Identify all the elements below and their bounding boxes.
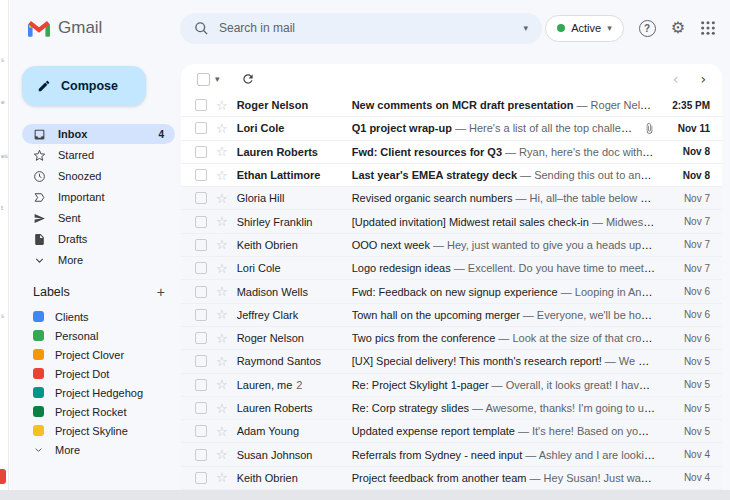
label-color-icon: [33, 387, 44, 398]
email-date: Nov 11: [664, 123, 710, 134]
star-icon[interactable]: ☆: [216, 262, 228, 275]
sidebar-item-more[interactable]: More: [22, 250, 175, 270]
star-icon[interactable]: ☆: [216, 425, 228, 438]
email-snippet: — Hi, all–the table below contains the r…: [515, 192, 655, 204]
email-row[interactable]: ☆ Lori Cole Q1 project wrap-up— Here's a…: [181, 117, 722, 140]
sidebar-item-snoozed[interactable]: Snoozed: [22, 166, 175, 186]
email-row[interactable]: ☆ Gloria Hill Revised organic search num…: [181, 187, 722, 210]
email-row[interactable]: ☆ Lauren Roberts Re: Corp strategy slide…: [181, 397, 722, 420]
compose-button[interactable]: Compose: [22, 66, 146, 106]
email-row[interactable]: ☆ Ethan Lattimore Last year's EMEA strat…: [181, 164, 722, 187]
email-list: ☆ Roger Nelson New comments on MCR draft…: [181, 94, 722, 490]
star-icon[interactable]: ☆: [216, 99, 228, 112]
apps-grid-button[interactable]: [700, 20, 716, 36]
email-row[interactable]: ☆ Roger Nelson New comments on MCR draft…: [181, 94, 722, 117]
older-page-button[interactable]: ›: [700, 71, 706, 87]
sidebar-label-project-hedgehog[interactable]: Project Hedgehog: [22, 383, 175, 402]
email-checkbox[interactable]: [195, 192, 207, 204]
email-row[interactable]: ☆ Lauren, me2 Re: Project Skylight 1-pag…: [181, 374, 722, 397]
email-row[interactable]: ☆ Lauren Roberts Fwd: Client resources f…: [181, 141, 722, 164]
email-checkbox[interactable]: [195, 425, 207, 437]
email-checkbox[interactable]: [195, 99, 207, 111]
email-checkbox[interactable]: [195, 239, 207, 251]
email-content: [UX] Special delivery! This month's rese…: [352, 355, 655, 367]
email-checkbox[interactable]: [195, 449, 207, 461]
email-row[interactable]: ☆ Roger Nelson Two pics from the confere…: [181, 327, 722, 350]
sidebar-item-drafts[interactable]: Drafts: [22, 229, 175, 249]
email-checkbox[interactable]: [195, 472, 207, 484]
email-subject: Last year's EMEA strategy deck: [352, 169, 517, 181]
email-row[interactable]: ☆ Keith Obrien OOO next week— Hey, just …: [181, 234, 722, 257]
email-checkbox[interactable]: [195, 309, 207, 321]
background-window-edge: s e es t s: [0, 0, 9, 490]
attachment-icon: [644, 123, 655, 134]
star-icon[interactable]: ☆: [216, 238, 228, 251]
refresh-button[interactable]: [241, 72, 255, 86]
email-row[interactable]: ☆ Jeffrey Clark Town hall on the upcomin…: [181, 304, 722, 327]
star-icon[interactable]: ☆: [216, 285, 228, 298]
help-button[interactable]: ?: [639, 20, 656, 37]
sidebar-label-project-rocket[interactable]: Project Rocket: [22, 402, 175, 421]
star-icon[interactable]: ☆: [216, 192, 228, 205]
sidebar-item-sent[interactable]: Sent: [22, 208, 175, 228]
email-row[interactable]: ☆ Raymond Santos [UX] Special delivery! …: [181, 350, 722, 373]
sidebar-item-inbox[interactable]: Inbox 4: [22, 124, 175, 144]
email-checkbox[interactable]: [195, 332, 207, 344]
star-icon[interactable]: ☆: [216, 448, 228, 461]
star-icon[interactable]: ☆: [216, 378, 228, 391]
sidebar-label-more[interactable]: More: [22, 440, 175, 459]
star-icon[interactable]: ☆: [216, 471, 228, 484]
star-icon[interactable]: ☆: [216, 332, 228, 345]
sidebar-item-label: Sent: [58, 212, 81, 224]
select-all-checkbox[interactable]: [197, 73, 210, 86]
settings-button[interactable]: ⚙: [671, 20, 685, 36]
search-options-caret-icon[interactable]: ▾: [523, 23, 528, 33]
label-color-icon: [33, 349, 44, 360]
email-checkbox[interactable]: [195, 169, 207, 181]
email-row[interactable]: ☆ Keith Obrien Project feedback from ano…: [181, 467, 722, 490]
email-row[interactable]: ☆ Lori Cole Logo redesign ideas— Excelle…: [181, 257, 722, 280]
search-input[interactable]: [219, 21, 513, 35]
star-icon[interactable]: ☆: [216, 145, 228, 158]
star-icon[interactable]: ☆: [216, 169, 228, 182]
label-color-icon: [33, 425, 44, 436]
email-row[interactable]: ☆ Adam Young Updated expense report temp…: [181, 420, 722, 443]
email-subject: Updated expense report template: [352, 425, 515, 437]
email-checkbox[interactable]: [195, 286, 207, 298]
sidebar-item-label: More: [58, 254, 83, 266]
newer-page-button[interactable]: ‹: [673, 71, 679, 87]
sidebar-label-project-dot[interactable]: Project Dot: [22, 364, 175, 383]
email-row[interactable]: ☆ Shirley Franklin [Updated invitation] …: [181, 210, 722, 233]
email-snippet: — We have some exciting...: [605, 355, 655, 367]
star-icon[interactable]: ☆: [216, 215, 228, 228]
email-checkbox[interactable]: [195, 379, 207, 391]
gmail-brand[interactable]: Gmail: [28, 18, 180, 38]
sidebar-item-important[interactable]: Important: [22, 187, 175, 207]
star-icon[interactable]: ☆: [216, 122, 228, 135]
email-snippet: — Awesome, thanks! I'm going to use slid…: [472, 402, 655, 414]
select-options-caret-icon[interactable]: ▾: [215, 74, 220, 84]
star-icon[interactable]: ☆: [216, 402, 228, 415]
email-subject: Q1 project wrap-up: [352, 122, 452, 134]
sidebar-label-clients[interactable]: Clients: [22, 307, 175, 326]
email-row[interactable]: ☆ Susan Johnson Referrals from Sydney - …: [181, 443, 722, 466]
email-row[interactable]: ☆ Madison Wells Fwd: Feedback on new sig…: [181, 280, 722, 303]
sidebar-item-starred[interactable]: Starred: [22, 145, 175, 165]
status-selector[interactable]: Active ▾: [545, 15, 624, 42]
sidebar-label-personal[interactable]: Personal: [22, 326, 175, 345]
email-checkbox[interactable]: [195, 262, 207, 274]
email-checkbox[interactable]: [195, 402, 207, 414]
email-checkbox[interactable]: [195, 122, 207, 134]
label-color-icon: [33, 311, 44, 322]
star-icon[interactable]: ☆: [216, 308, 228, 321]
star-icon[interactable]: ☆: [216, 355, 228, 368]
sidebar-label-project-skyline[interactable]: Project Skyline: [22, 421, 175, 440]
search-bar[interactable]: ▾: [180, 13, 542, 44]
email-checkbox[interactable]: [195, 355, 207, 367]
background-red-accent: [0, 469, 6, 484]
email-snippet: — Excellent. Do you have time to meet wi…: [454, 262, 655, 274]
add-label-button[interactable]: +: [157, 284, 165, 300]
email-checkbox[interactable]: [195, 216, 207, 228]
sidebar-label-project-clover[interactable]: Project Clover: [22, 345, 175, 364]
email-checkbox[interactable]: [195, 146, 207, 158]
